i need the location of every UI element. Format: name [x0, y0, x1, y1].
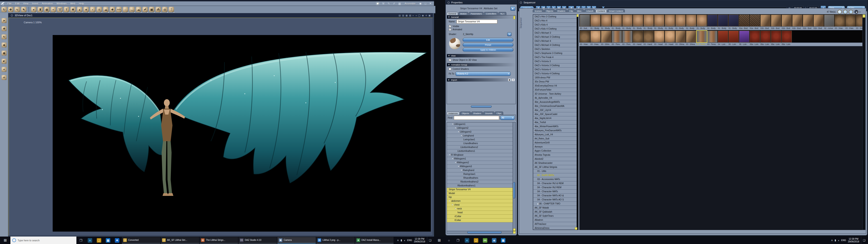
rotate-camera-tool-icon[interactable]: ↻: [1, 7, 7, 12]
thumbnail[interactable]: [601, 31, 611, 42]
list-item-daz-s-michael-3[interactable]: DAZ's Michael 3: [533, 31, 577, 35]
tree-vertical-scrollbar[interactable]: [513, 122, 516, 231]
task-view-icon[interactable]: ❐: [454, 237, 463, 244]
cross-mode[interactable]: ✛: [425, 14, 427, 17]
thumbnail[interactable]: [835, 15, 845, 26]
thumbnail[interactable]: [665, 15, 675, 26]
taskbar-button-converted[interactable]: ❏Converted: [122, 237, 160, 244]
list-item-daz-s-victoria-3-clothing[interactable]: DAZ's Victoria 3 Clothing: [533, 63, 577, 67]
list-item-04-character-mats-ao-s[interactable]: 04 - Character MATs AO S: [533, 198, 577, 202]
textured-mode[interactable]: ▧: [409, 14, 411, 17]
tab-motion[interactable]: Motion: [458, 12, 469, 15]
file-explorer-icon[interactable]: ❏: [471, 237, 480, 244]
store-icon[interactable]: ▥: [499, 237, 508, 244]
small-thumbnails-button[interactable]: [837, 10, 842, 14]
browser-options-button[interactable]: ◪: [855, 10, 858, 14]
thumbnail[interactable]: [771, 15, 781, 26]
thumbnail[interactable]: [654, 31, 664, 42]
list-item-allthatjazz[interactable]: AllThatJazz: [533, 222, 577, 226]
thumbnail[interactable]: [675, 15, 686, 26]
daz-studio-icon[interactable]: DS: [480, 237, 490, 244]
thumbnail[interactable]: [824, 15, 834, 26]
tree-item-strigoi-torsoarmor-v4[interactable]: Strigoi Torsoarmor V4: [447, 188, 516, 191]
tab-controllers[interactable]: Controllers: [484, 12, 498, 15]
tab-instances[interactable]: Instances: [447, 112, 460, 115]
edge-icon[interactable]: e: [86, 237, 94, 244]
list-item-daz-s-kids-4-clothing[interactable]: DAZ's Kids 4 Clothing: [533, 27, 577, 31]
tab-general[interactable]: General: [447, 12, 458, 15]
texture-brush-icon[interactable]: ✐: [393, 2, 396, 5]
tree-item-lwingarm2[interactable]: ▼LWingarm2: [447, 126, 516, 130]
dot-mode[interactable]: ◉: [422, 14, 424, 17]
taskbar-button-ak-sf-lilithai-stri[interactable]: ❏AK_SF Lilithai Stri...: [161, 237, 199, 244]
volumetric-cloud-icon[interactable]: ☁: [136, 7, 141, 12]
expander-icon[interactable]: ▼: [455, 126, 456, 130]
list-scrollbar[interactable]: [577, 14, 579, 230]
grid-scrollbar[interactable]: [862, 14, 866, 230]
edge-icon[interactable]: e: [463, 237, 471, 244]
panel-dot-icon[interactable]: [447, 2, 450, 4]
thumbnail[interactable]: [761, 15, 771, 26]
tree-item-lwingarm1[interactable]: ▼LWingarm1: [447, 122, 516, 126]
menu-animation[interactable]: Animation: [40, 2, 55, 5]
move-tool[interactable]: ✥: [2, 26, 6, 31]
thumbnail[interactable]: [803, 15, 813, 26]
tree-item-lwinghand[interactable]: ▼Lwinghand: [447, 134, 516, 138]
tab-nla[interactable]: NLA: [498, 12, 506, 15]
shaded-mode[interactable]: ▦: [405, 14, 408, 17]
taskbar-button-daz-studio-4-10[interactable]: DSDAZ Studio 4.10: [239, 237, 277, 244]
button-apply-to-children[interactable]: Apply to children: [463, 48, 513, 52]
thumbnail[interactable]: [622, 31, 632, 42]
target-helper-icon[interactable]: ◎: [162, 7, 167, 12]
tab-misc[interactable]: Misc.: [575, 9, 584, 12]
list-item-4be-christmassnowflakema[interactable]: 4be_ChristmasSnowFlakeMA: [533, 104, 577, 108]
eye-icon[interactable]: ◉: [418, 2, 422, 5]
list-item-daz-s-the-freak-4[interactable]: DAZ's The Freak 4: [533, 55, 577, 59]
tree-item-hip[interactable]: hip: [447, 195, 516, 199]
thumbnail[interactable]: [686, 15, 696, 26]
task-view-icon[interactable]: ❐: [76, 237, 86, 244]
fire-object-icon[interactable]: ♨: [96, 7, 102, 12]
thumbnail[interactable]: [675, 31, 686, 42]
tree-item-rwingclaw1[interactable]: Rwingclaw1: [447, 172, 516, 176]
volume-icon[interactable]: ◖: [838, 239, 839, 242]
panel-splitter-handle[interactable]: [471, 105, 492, 108]
sphere-mode[interactable]: ◑: [415, 14, 416, 17]
tab-objects[interactable]: Objects: [460, 112, 471, 115]
tab-artwork[interactable]: Artwork: [584, 9, 595, 12]
thumbnail[interactable]: [718, 15, 728, 26]
list-item-30severydaydress-v4[interactable]: 30sEverydayDress V4: [533, 84, 577, 88]
list-item-4b-aphrodite-v4[interactable]: 4b_Aphrodite_V4: [533, 96, 577, 100]
shader-dropdown-button[interactable]: ≋: [507, 32, 512, 36]
thumbnail[interactable]: [782, 15, 792, 26]
particles-object-icon[interactable]: ❋: [70, 7, 76, 12]
animation-group-header[interactable]: ▼Animation Group: [447, 63, 516, 66]
list-item-ahsoka-togruta[interactable]: Ahsoka Togruta: [533, 153, 577, 157]
menu-insert[interactable]: Insert: [30, 2, 40, 5]
thumbnail[interactable]: [612, 31, 622, 42]
chevron-up-icon[interactable]: ∧: [397, 239, 399, 242]
list-item-02-outfit-mats[interactable]: 02 - Outfit MATs: [533, 173, 577, 177]
tab-parameters[interactable]: Parameters: [469, 12, 484, 15]
list-item-4be-winterflowermats[interactable]: 4be_WinterFlowerMATs: [533, 124, 577, 128]
list-item-4be-assassinangelmats[interactable]: 4be_AssassinAngelMATs: [533, 100, 577, 104]
list-item-ak-shadowcaster[interactable]: AK Shadowcaster: [533, 161, 577, 165]
select-arrow-tool[interactable]: ➤: [2, 18, 6, 23]
battery-icon[interactable]: ▮: [835, 239, 836, 242]
fit-to-dropdown[interactable]: Victoria 4.2≋: [456, 72, 510, 76]
thumbnail[interactable]: [792, 15, 802, 26]
list-item-daz-s-hiro-4[interactable]: DAZ's Hiro 4: [533, 19, 577, 23]
store-icon[interactable]: ▥: [103, 237, 113, 244]
find-input[interactable]: [454, 116, 499, 120]
tree-item-rwingarm1[interactable]: ▼RWingarm1: [447, 157, 516, 161]
clock[interactable]: 12:39 PM29/06/2018: [848, 238, 859, 243]
thumbnail[interactable]: [718, 31, 728, 42]
list-item-4blueyes-firedancermats[interactable]: 4blueyes_FireDancerMATs: [533, 128, 577, 133]
spray-object-icon[interactable]: ✐: [143, 7, 148, 12]
expander-icon[interactable]: ▼: [458, 165, 459, 168]
taskbar-button-daz-install-mana[interactable]: ◈DAZ Install Mana...: [355, 237, 394, 244]
thumbnail[interactable]: [697, 31, 707, 42]
uv-pen-icon[interactable]: ✎: [387, 2, 391, 5]
tab-scenes[interactable]: Scenes: [533, 9, 544, 12]
save-preset-icon[interactable]: ▣: [508, 79, 511, 81]
